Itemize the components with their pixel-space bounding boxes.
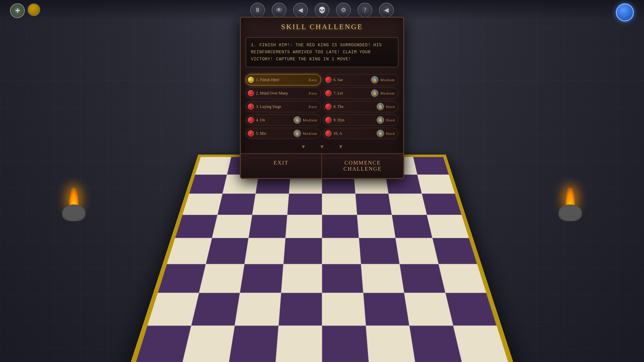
challenge-name-6: 6. Sac <box>333 77 369 82</box>
board-cell <box>322 264 363 293</box>
board-cell <box>199 264 245 293</box>
board-cell <box>278 293 322 325</box>
challenges-grid: 1. Finish Him!Easy6. Sac🔒Medium2. Mind O… <box>241 71 403 142</box>
challenge-name-8: 8. The <box>333 104 375 109</box>
board-cell <box>357 215 395 238</box>
board-cell <box>366 325 415 362</box>
board-cell <box>438 264 486 293</box>
challenge-difficulty-4: Medium <box>303 118 317 122</box>
board-cell <box>392 215 432 238</box>
challenge-row-10[interactable]: 10. A🔒Hard <box>323 128 398 139</box>
dot-left: ▼ <box>301 144 306 150</box>
board-cell <box>281 264 322 293</box>
board-cell <box>212 215 252 238</box>
lock-icon-4: 🔒 <box>293 116 301 124</box>
lock-icon-7: 🔒 <box>371 89 378 97</box>
board-cell <box>217 194 256 215</box>
board-cell <box>322 215 359 238</box>
board-cell <box>182 194 222 215</box>
board-cell <box>427 215 469 238</box>
board-cell <box>285 215 322 238</box>
challenge-difficulty-8: Hard <box>386 105 395 109</box>
board-cell <box>322 238 361 264</box>
challenge-name-2: 2. Mind Over Many <box>256 91 307 96</box>
board-cell <box>355 194 392 215</box>
challenge-gem-3 <box>248 104 254 110</box>
board-cell <box>404 293 453 325</box>
board-cell <box>361 264 404 293</box>
board-cell <box>245 238 285 264</box>
board-cell <box>409 325 462 362</box>
separator: ▼ ▼ ▼ <box>241 142 403 151</box>
dialog-footer: Exit CommenceChallenge <box>241 153 403 178</box>
board-cell <box>249 215 287 238</box>
challenge-row-2[interactable]: 2. Mind Over ManyEasy <box>246 87 321 99</box>
board-cell <box>359 238 400 264</box>
board-cell <box>148 293 199 325</box>
board-cell <box>432 238 477 264</box>
challenge-row-6[interactable]: 6. Sac🔒Medium <box>323 74 398 85</box>
challenge-difficulty-9: Hard <box>386 118 395 122</box>
board-cell <box>422 194 462 215</box>
lock-icon-9: 🔒 <box>377 116 384 124</box>
back-icon[interactable]: ◀ <box>293 3 308 17</box>
board-cell <box>191 293 240 325</box>
board-cell <box>189 174 227 193</box>
chessboard <box>129 155 515 362</box>
board-cell <box>399 264 445 293</box>
coin-icon[interactable] <box>28 3 40 16</box>
dot-center: ▼ <box>319 144 325 150</box>
challenge-row-4[interactable]: 4. On🔒Medium <box>246 114 321 126</box>
board-cell <box>167 238 212 264</box>
commence-label: CommenceChallenge <box>343 160 382 172</box>
pause-icon[interactable]: ⏸ <box>250 3 265 17</box>
help-icon[interactable]: ? <box>358 3 372 17</box>
board-cell <box>158 264 206 293</box>
challenge-row-9[interactable]: 9. Dyn🔒Hard <box>323 114 398 126</box>
challenge-difficulty-1: Easy <box>309 78 317 82</box>
challenge-gem-10 <box>325 130 331 136</box>
gear-icon[interactable]: ⚙ <box>336 3 351 17</box>
challenge-difficulty-10: Hard <box>386 131 395 135</box>
challenge-difficulty-3: Easy <box>309 105 317 109</box>
challenge-gem-6 <box>325 77 331 83</box>
torch-left <box>60 181 87 221</box>
board-cell <box>445 293 496 325</box>
eye-icon[interactable]: 👁 <box>272 3 286 17</box>
exit-button[interactable]: Exit <box>241 154 322 178</box>
challenge-gem-5 <box>248 130 254 136</box>
add-icon[interactable]: ✚ <box>10 3 25 18</box>
board-cell <box>363 293 409 325</box>
challenge-gem-2 <box>248 90 254 96</box>
board-cell <box>235 293 281 325</box>
challenge-row-7[interactable]: 7. Let🔒Medium <box>323 87 398 99</box>
dialog-description: 1. Finish Him!: The Red King is surround… <box>246 37 398 67</box>
board-cell <box>322 325 369 362</box>
challenge-row-5[interactable]: 5. Mis🔒Medium <box>246 128 321 139</box>
skull-icon[interactable]: 💀 <box>315 3 329 17</box>
lock-icon-8: 🔒 <box>377 103 384 110</box>
challenge-row-8[interactable]: 8. The🔒Hard <box>323 101 398 112</box>
board-cell <box>388 194 427 215</box>
challenge-gem-8 <box>325 104 331 110</box>
challenge-difficulty-6: Medium <box>380 78 395 82</box>
board-cell <box>206 238 249 264</box>
lock-icon-5: 🔒 <box>293 130 301 137</box>
challenge-row-1[interactable]: 1. Finish Him!Easy <box>246 74 321 85</box>
board-cell <box>182 325 235 362</box>
board-cell <box>395 238 438 264</box>
challenge-difficulty-7: Medium <box>380 91 395 95</box>
board-cell <box>229 325 278 362</box>
challenge-row-3[interactable]: 3. Laying SiegeEasy <box>246 101 321 112</box>
commence-button[interactable]: CommenceChallenge <box>322 154 403 178</box>
challenge-gem-9 <box>325 117 331 123</box>
torch-bowl-left <box>62 204 86 221</box>
challenge-name-7: 7. Let <box>333 91 369 96</box>
challenge-gem-1 <box>248 77 254 83</box>
board-cell <box>136 325 191 362</box>
board-cell <box>322 293 366 325</box>
prev-icon[interactable]: ◀ <box>379 3 394 17</box>
board-cell <box>275 325 322 362</box>
board-cell <box>240 264 283 293</box>
board-cell <box>287 194 322 215</box>
